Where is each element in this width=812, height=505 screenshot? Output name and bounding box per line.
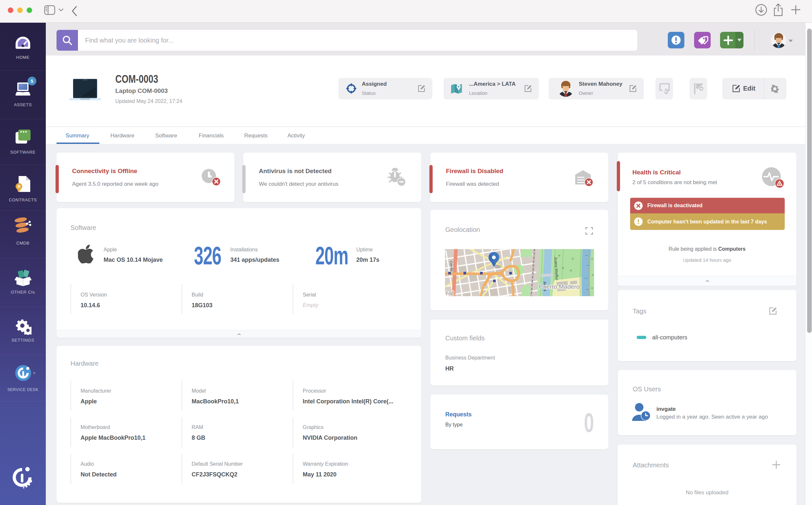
svg-text:Cerrito: Cerrito <box>449 261 454 272</box>
svg-text:rrat: rrat <box>445 289 454 296</box>
svg-text:Puerto Madero: Puerto Madero <box>539 283 580 290</box>
